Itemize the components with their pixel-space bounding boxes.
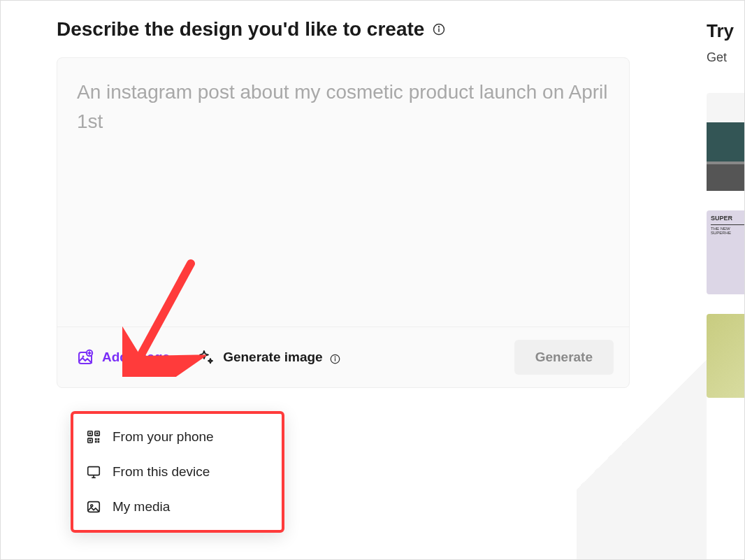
template-thumbnail[interactable] — [707, 314, 745, 398]
svg-rect-15 — [96, 433, 99, 435]
thumb-text: SUPERHE — [711, 231, 745, 235]
add-image-button[interactable]: Add image — [77, 346, 170, 368]
prompt-card: Add image Generate image Generate — [57, 57, 630, 388]
svg-rect-21 — [98, 441, 100, 443]
design-prompt-input[interactable] — [57, 58, 629, 324]
photo-icon — [86, 499, 101, 515]
action-bar: Add image Generate image Generate — [57, 326, 629, 387]
sidebar-subtitle: Get — [707, 50, 745, 65]
monitor-icon — [86, 464, 101, 480]
thumb-label: SUPER — [711, 215, 732, 222]
sidebar-preview: Try Get SUPER THE NEW SUPERHE — [707, 1, 745, 560]
svg-point-26 — [91, 505, 93, 507]
heading-row: Describe the design you'd like to create — [57, 18, 630, 41]
svg-rect-18 — [95, 438, 97, 440]
generate-button[interactable]: Generate — [514, 340, 614, 375]
svg-rect-22 — [88, 467, 100, 475]
template-thumbnail[interactable]: SUPER THE NEW SUPERHE — [707, 210, 745, 294]
dropdown-item-label: From your phone — [113, 429, 214, 445]
dropdown-item-from-phone[interactable]: From your phone — [73, 419, 282, 454]
sparkle-icon — [198, 349, 215, 366]
qr-icon — [86, 429, 101, 445]
dropdown-item-label: My media — [113, 499, 170, 515]
generate-image-label: Generate image — [223, 350, 323, 365]
svg-rect-13 — [89, 433, 92, 435]
svg-rect-19 — [98, 438, 100, 440]
info-icon[interactable] — [330, 352, 340, 363]
sidebar-title: Try — [707, 20, 745, 42]
dropdown-item-label: From this device — [113, 464, 210, 480]
svg-point-10 — [335, 357, 335, 357]
svg-point-2 — [439, 27, 440, 27]
template-thumbnail[interactable] — [707, 93, 745, 191]
add-image-label: Add image — [102, 350, 170, 365]
dropdown-item-my-media[interactable]: My media — [73, 489, 282, 524]
add-image-icon — [77, 349, 94, 366]
generate-image-button[interactable]: Generate image — [198, 346, 340, 368]
svg-rect-17 — [89, 440, 92, 442]
dropdown-item-from-device[interactable]: From this device — [73, 454, 282, 489]
page-title: Describe the design you'd like to create — [57, 18, 424, 41]
add-image-dropdown: From your phone From this device My medi… — [71, 411, 284, 533]
svg-point-4 — [82, 356, 85, 358]
svg-rect-20 — [95, 441, 97, 443]
info-icon[interactable] — [433, 23, 445, 36]
